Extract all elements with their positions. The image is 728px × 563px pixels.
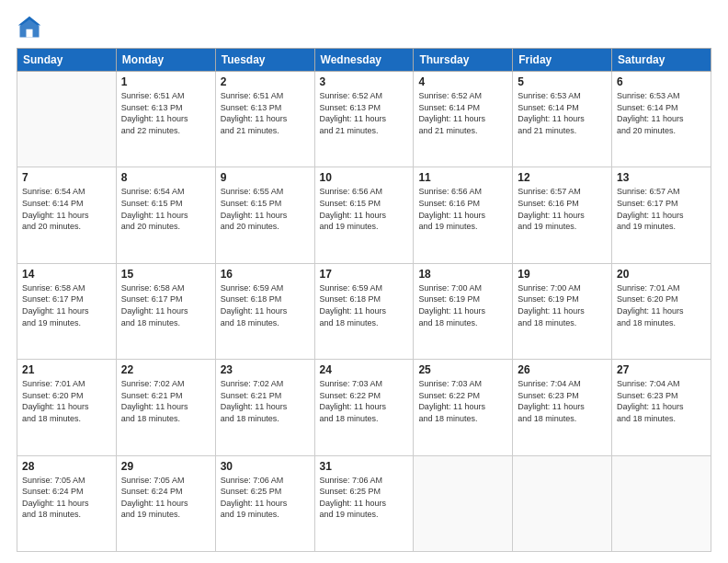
cell-info: Sunrise: 6:53 AM Sunset: 6:14 PM Dayligh…	[518, 90, 607, 136]
cell-info: Sunrise: 7:03 AM Sunset: 6:22 PM Dayligh…	[320, 378, 409, 424]
day-number: 28	[22, 460, 111, 473]
cell-info: Sunrise: 7:04 AM Sunset: 6:23 PM Dayligh…	[518, 378, 607, 424]
logo-icon	[17, 15, 42, 40]
calendar-cell: 5Sunrise: 6:53 AM Sunset: 6:14 PM Daylig…	[513, 72, 612, 167]
calendar-cell: 24Sunrise: 7:03 AM Sunset: 6:22 PM Dayli…	[314, 360, 414, 455]
day-number: 17	[320, 268, 409, 281]
calendar-cell	[414, 455, 513, 551]
day-header-wednesday: Wednesday	[314, 49, 414, 72]
cell-info: Sunrise: 7:01 AM Sunset: 6:20 PM Dayligh…	[22, 378, 111, 424]
day-number: 21	[22, 363, 111, 376]
logo	[17, 15, 46, 40]
day-header-saturday: Saturday	[612, 49, 711, 72]
cell-info: Sunrise: 6:59 AM Sunset: 6:18 PM Dayligh…	[221, 282, 310, 328]
day-number: 1	[121, 75, 210, 88]
calendar-cell: 4Sunrise: 6:52 AM Sunset: 6:14 PM Daylig…	[414, 72, 513, 167]
cell-info: Sunrise: 6:54 AM Sunset: 6:15 PM Dayligh…	[121, 186, 210, 232]
day-number: 16	[221, 268, 310, 281]
calendar-cell: 23Sunrise: 7:02 AM Sunset: 6:21 PM Dayli…	[215, 360, 314, 455]
day-number: 11	[418, 171, 507, 184]
day-number: 9	[221, 171, 310, 184]
calendar-cell: 20Sunrise: 7:01 AM Sunset: 6:20 PM Dayli…	[612, 263, 711, 359]
week-row-4: 28Sunrise: 7:05 AM Sunset: 6:24 PM Dayli…	[17, 455, 711, 551]
calendar-cell	[612, 455, 711, 551]
svg-rect-2	[27, 29, 33, 38]
calendar-cell: 27Sunrise: 7:04 AM Sunset: 6:23 PM Dayli…	[612, 360, 711, 455]
cell-info: Sunrise: 6:58 AM Sunset: 6:17 PM Dayligh…	[22, 282, 111, 328]
calendar-cell: 25Sunrise: 7:03 AM Sunset: 6:22 PM Dayli…	[414, 360, 513, 455]
day-number: 18	[418, 268, 507, 281]
cell-info: Sunrise: 7:02 AM Sunset: 6:21 PM Dayligh…	[121, 378, 210, 424]
cell-info: Sunrise: 7:00 AM Sunset: 6:19 PM Dayligh…	[518, 282, 607, 328]
day-number: 4	[418, 75, 507, 88]
day-number: 6	[617, 75, 706, 88]
calendar-cell: 12Sunrise: 6:57 AM Sunset: 6:16 PM Dayli…	[513, 167, 612, 263]
calendar-cell: 1Sunrise: 6:51 AM Sunset: 6:13 PM Daylig…	[116, 72, 215, 167]
cell-info: Sunrise: 7:03 AM Sunset: 6:22 PM Dayligh…	[418, 378, 507, 424]
day-number: 10	[320, 171, 409, 184]
day-number: 5	[518, 75, 607, 88]
calendar-cell: 7Sunrise: 6:54 AM Sunset: 6:14 PM Daylig…	[17, 167, 117, 263]
cell-info: Sunrise: 7:01 AM Sunset: 6:20 PM Dayligh…	[617, 282, 706, 328]
calendar-cell: 10Sunrise: 6:56 AM Sunset: 6:15 PM Dayli…	[314, 167, 414, 263]
day-number: 29	[121, 460, 210, 473]
cell-info: Sunrise: 6:51 AM Sunset: 6:13 PM Dayligh…	[121, 90, 210, 136]
calendar-cell: 28Sunrise: 7:05 AM Sunset: 6:24 PM Dayli…	[17, 455, 117, 551]
cell-info: Sunrise: 6:52 AM Sunset: 6:13 PM Dayligh…	[320, 90, 409, 136]
calendar-cell: 26Sunrise: 7:04 AM Sunset: 6:23 PM Dayli…	[513, 360, 612, 455]
day-header-friday: Friday	[513, 49, 612, 72]
cell-info: Sunrise: 6:57 AM Sunset: 6:16 PM Dayligh…	[518, 186, 607, 232]
cell-info: Sunrise: 7:06 AM Sunset: 6:25 PM Dayligh…	[221, 475, 310, 521]
day-number: 23	[221, 363, 310, 376]
day-header-monday: Monday	[116, 49, 215, 72]
day-number: 2	[221, 75, 310, 88]
cell-info: Sunrise: 6:56 AM Sunset: 6:16 PM Dayligh…	[418, 186, 507, 232]
calendar-cell: 16Sunrise: 6:59 AM Sunset: 6:18 PM Dayli…	[215, 263, 314, 359]
day-number: 3	[320, 75, 409, 88]
page: SundayMondayTuesdayWednesdayThursdayFrid…	[0, 0, 728, 563]
cell-info: Sunrise: 6:58 AM Sunset: 6:17 PM Dayligh…	[121, 282, 210, 328]
calendar-cell: 14Sunrise: 6:58 AM Sunset: 6:17 PM Dayli…	[17, 263, 117, 359]
calendar-cell: 2Sunrise: 6:51 AM Sunset: 6:13 PM Daylig…	[215, 72, 314, 167]
calendar-cell: 11Sunrise: 6:56 AM Sunset: 6:16 PM Dayli…	[414, 167, 513, 263]
day-number: 26	[518, 363, 607, 376]
calendar-cell: 19Sunrise: 7:00 AM Sunset: 6:19 PM Dayli…	[513, 263, 612, 359]
calendar-cell	[513, 455, 612, 551]
calendar-cell: 15Sunrise: 6:58 AM Sunset: 6:17 PM Dayli…	[116, 263, 215, 359]
week-row-0: 1Sunrise: 6:51 AM Sunset: 6:13 PM Daylig…	[17, 72, 711, 167]
calendar-cell: 31Sunrise: 7:06 AM Sunset: 6:25 PM Dayli…	[314, 455, 414, 551]
calendar-cell: 30Sunrise: 7:06 AM Sunset: 6:25 PM Dayli…	[215, 455, 314, 551]
calendar-header-row: SundayMondayTuesdayWednesdayThursdayFrid…	[17, 49, 711, 72]
day-number: 31	[320, 460, 409, 473]
cell-info: Sunrise: 7:02 AM Sunset: 6:21 PM Dayligh…	[221, 378, 310, 424]
day-number: 14	[22, 268, 111, 281]
week-row-2: 14Sunrise: 6:58 AM Sunset: 6:17 PM Dayli…	[17, 263, 711, 359]
week-row-3: 21Sunrise: 7:01 AM Sunset: 6:20 PM Dayli…	[17, 360, 711, 455]
cell-info: Sunrise: 6:54 AM Sunset: 6:14 PM Dayligh…	[22, 186, 111, 232]
day-header-tuesday: Tuesday	[215, 49, 314, 72]
day-number: 8	[121, 171, 210, 184]
day-number: 22	[121, 363, 210, 376]
cell-info: Sunrise: 7:05 AM Sunset: 6:24 PM Dayligh…	[121, 475, 210, 521]
cell-info: Sunrise: 7:06 AM Sunset: 6:25 PM Dayligh…	[320, 475, 409, 521]
cell-info: Sunrise: 7:04 AM Sunset: 6:23 PM Dayligh…	[617, 378, 706, 424]
day-number: 30	[221, 460, 310, 473]
day-number: 15	[121, 268, 210, 281]
calendar-cell: 21Sunrise: 7:01 AM Sunset: 6:20 PM Dayli…	[17, 360, 117, 455]
calendar-cell: 3Sunrise: 6:52 AM Sunset: 6:13 PM Daylig…	[314, 72, 414, 167]
calendar-cell: 22Sunrise: 7:02 AM Sunset: 6:21 PM Dayli…	[116, 360, 215, 455]
day-number: 12	[518, 171, 607, 184]
day-number: 13	[617, 171, 706, 184]
day-number: 20	[617, 268, 706, 281]
calendar-cell: 8Sunrise: 6:54 AM Sunset: 6:15 PM Daylig…	[116, 167, 215, 263]
calendar-cell: 29Sunrise: 7:05 AM Sunset: 6:24 PM Dayli…	[116, 455, 215, 551]
calendar-cell: 17Sunrise: 6:59 AM Sunset: 6:18 PM Dayli…	[314, 263, 414, 359]
calendar-cell: 18Sunrise: 7:00 AM Sunset: 6:19 PM Dayli…	[414, 263, 513, 359]
cell-info: Sunrise: 6:59 AM Sunset: 6:18 PM Dayligh…	[320, 282, 409, 328]
calendar-table: SundayMondayTuesdayWednesdayThursdayFrid…	[17, 48, 711, 552]
cell-info: Sunrise: 6:52 AM Sunset: 6:14 PM Dayligh…	[418, 90, 507, 136]
cell-info: Sunrise: 6:55 AM Sunset: 6:15 PM Dayligh…	[221, 186, 310, 232]
day-number: 24	[320, 363, 409, 376]
day-number: 27	[617, 363, 706, 376]
day-number: 25	[418, 363, 507, 376]
